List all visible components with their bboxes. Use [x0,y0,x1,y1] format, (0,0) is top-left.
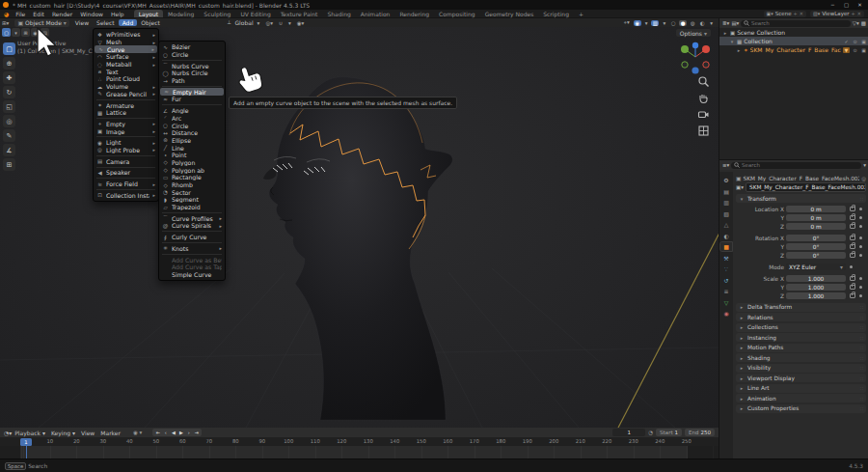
properties-tab-modifiers[interactable]: ⚒ [720,254,732,263]
play-button[interactable]: ▶ [177,430,184,435]
lock-icon[interactable] [850,253,855,258]
check-toggle-icon[interactable]: ✓ [843,39,850,44]
play-reverse-button[interactable]: ◀ [170,430,176,435]
properties-tab-render[interactable]: ▤ [720,187,732,196]
animate-dot-icon[interactable] [859,216,862,219]
menu-help[interactable]: Help [107,11,128,17]
curve-menu-item-knots[interactable]: ✳Knots▸ [159,245,225,253]
add-menu-item-light-probe[interactable]: ◎Light Probe▸ [94,147,158,154]
properties-tab-physics[interactable]: ↺ [720,276,732,285]
tool-option-icon-4[interactable]: ▤ [41,28,49,37]
current-frame-field[interactable]: 1 [612,429,645,436]
curve-menu-item-polygon[interactable]: ◇Polygon [159,159,225,167]
gizmo-z-neg-axis[interactable] [692,67,698,73]
curve-menu-item-rhomb[interactable]: ◇Rhomb [159,181,225,189]
panel-visibility[interactable]: ▸Visibility∷ [736,364,866,373]
curve-menu-item-empty-hair[interactable]: ≈Empty Hair [160,88,224,96]
tab-compositing[interactable]: Compositing [434,10,480,17]
outliner-search-input[interactable] [751,20,848,26]
properties-tab-tool[interactable]: ⚙ [720,176,732,184]
menu-file[interactable]: File [12,11,29,17]
camera-toggle-icon[interactable]: ▣ [860,39,867,44]
tool-option-icon-1[interactable]: ▾ [12,28,20,37]
add-menu-item-curve[interactable]: ∿Curve▸ [95,45,157,53]
tool-move[interactable]: ✚ [3,71,15,84]
camera-view-icon[interactable] [697,108,710,121]
mesh-toggle-icon[interactable]: ▼ [843,47,850,53]
maximize-button[interactable]: ▢ [840,2,853,8]
curve-menu-item-point[interactable]: •Point [159,152,225,159]
eye-toggle-icon[interactable]: ⊙ [852,39,858,44]
curve-menu-item-simple-curve[interactable]: Simple Curve [159,271,225,279]
tab-rendering[interactable]: Rendering [394,10,434,17]
add-menu-item-point-cloud[interactable]: ∴Point Cloud [94,75,158,83]
outliner-row-scene-collection[interactable]: ▸▣Scene Collection [719,28,868,37]
xray-options-icon[interactable]: ▾ [661,20,667,26]
lock-icon[interactable] [850,285,855,290]
add-menu-item-image[interactable]: ▣Image▸ [94,127,158,135]
object-icon[interactable]: ▣▾ [736,184,744,190]
curve-menu-item-fur[interactable]: ≈Fur [159,96,225,103]
viewport-3d[interactable]: ▢ ▾ ⊞ ◉ ▤ User Perspective (1) Collectio… [0,27,719,428]
timeline-track[interactable] [0,446,719,458]
eye-toggle-icon[interactable]: ⊙ [852,47,858,53]
curve-menu-item-curve-spirals[interactable]: @Curve Spirals▸ [159,222,225,230]
mode-selector[interactable]: ▣ Object Mode ▾ [14,19,68,27]
timeline-menu-marker[interactable]: Marker [100,430,121,436]
timeline-menu-playback[interactable]: Playback ▾ [14,430,45,436]
field-value-z[interactable]: 1.000 [786,292,846,300]
add-menu-item-volume[interactable]: ☁Volume▸ [94,83,158,91]
tool-scale[interactable]: ◱ [3,100,15,113]
proportional-editing-icon[interactable]: ◉▾ [295,20,307,26]
xray-toggle-icon[interactable]: ▥ [651,20,659,26]
zoom-icon[interactable] [697,75,710,88]
add-menu-item-armature[interactable]: ✶Armature [94,101,158,109]
curve-menu-item-angle[interactable]: ∠Angle [159,107,225,115]
panel-shading[interactable]: ▸Shading∷ [736,353,866,362]
snap-options-icon[interactable]: ▾ [286,20,293,26]
close-button[interactable]: ✕ [854,2,866,8]
add-menu-item-collection-instance[interactable]: ⊡Collection Instance▸ [94,191,158,199]
overlays-options-icon[interactable]: ▾ [643,20,650,26]
animate-dot-icon[interactable] [859,208,862,210]
lock-icon[interactable] [850,207,855,211]
add-menu-item-wprimitives[interactable]: ❖wPrimitives▸ [94,31,158,39]
tab-texture-paint[interactable]: Texture Paint [276,10,323,17]
editor-type-icon[interactable]: ◔▾ [4,430,12,436]
tab-shading[interactable]: Shading [322,10,355,17]
viewport-menu-select[interactable]: Select [93,19,119,26]
menu-render[interactable]: Render [48,11,76,17]
minimize-button[interactable]: ─ [827,2,839,8]
prev-keyframe-button[interactable]: ‹ [162,430,169,435]
curve-menu-item-segment[interactable]: ◗Segment [159,196,225,204]
playhead[interactable]: 1 [20,438,32,446]
curve-menu-item-rectangle[interactable]: ▭Rectangle [159,174,225,181]
menu-window[interactable]: Window [76,11,107,17]
tab-uv-editing[interactable]: UV Editing [235,10,275,17]
shading-solid-icon[interactable]: ● [679,20,687,26]
viewport-menu-view[interactable]: View [71,19,93,26]
tool-add-cube[interactable]: ⊞ [3,158,15,171]
transform-panel-header[interactable]: ▾ Transform ∷ [736,194,866,203]
tool-option-icon-2[interactable]: ⊞ [21,28,30,37]
viewport-menu-add[interactable]: Add [119,19,138,26]
timeline-menu-keying[interactable]: Keying ▾ [51,430,75,436]
shading-options-icon[interactable]: ▾ [708,20,715,26]
lock-icon[interactable] [850,293,855,298]
gizmo-y-neg-axis[interactable] [682,62,688,68]
tool-option-icon-3[interactable]: ◉ [31,28,40,37]
curve-menu-item-b-zier[interactable]: ∿Bézier [159,43,225,51]
add-menu-item-light[interactable]: ◉Light▸ [94,139,158,147]
properties-tab-material[interactable]: ◉ [720,309,732,318]
auto-keying-icon[interactable]: ◉ ▾ [133,430,142,435]
snap-magnet-icon[interactable]: ∪ [277,20,285,26]
add-menu-item-empty[interactable]: ⌖Empty▸ [94,121,158,128]
tool-measure[interactable]: ∡ [3,144,15,156]
timeline-ruler[interactable]: 1 10203040506070809010011012013014015016… [0,437,719,446]
curve-menu-item-circle[interactable]: ○Circle [159,51,225,59]
orientation-selector[interactable]: Global [234,19,253,26]
curve-menu-item-sector[interactable]: ◔Sector [159,188,225,196]
navigation-gizmo[interactable] [678,41,713,75]
tab-layout[interactable]: Layout [134,10,163,17]
shading-rendered-icon[interactable]: ◐ [698,20,706,26]
